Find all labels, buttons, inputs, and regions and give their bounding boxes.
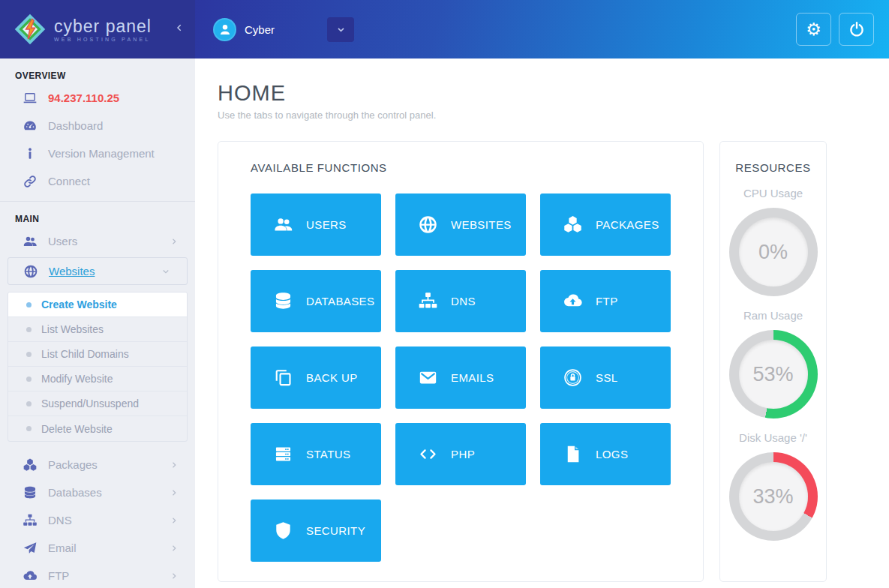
tile-label: DATABASES	[306, 295, 374, 308]
tile-label: PACKAGES	[596, 218, 659, 231]
tile-label: WEBSITES	[451, 218, 512, 231]
tile-label: DNS	[451, 295, 476, 308]
gear-icon: ⚙	[806, 21, 821, 38]
lock-circle-icon	[563, 368, 583, 388]
sidebar-item-packages[interactable]: Packages	[0, 451, 195, 478]
gauge-label: Disk Usage '/'	[720, 431, 826, 444]
gauge-label: Ram Usage	[720, 309, 826, 322]
submenu-item-modify-website[interactable]: Modify Website	[8, 367, 187, 392]
tile-emails[interactable]: EMAILS	[395, 346, 526, 409]
sidebar-item-label: FTP	[48, 569, 69, 582]
file-icon	[563, 444, 583, 464]
tile-label: BACK UP	[306, 371, 358, 384]
sidebar-item-label: Connect	[48, 175, 90, 188]
sidebar-item-dns[interactable]: DNS	[0, 506, 195, 534]
database-icon	[273, 291, 293, 311]
bullet-dot-icon	[26, 426, 32, 431]
submenu-item-label: List Websites	[41, 323, 104, 335]
cpu-usage-gauge: 0%	[729, 208, 818, 296]
tile-label: FTP	[596, 295, 618, 308]
available-functions-heading: AVAILABLE FUNCTIONS	[251, 161, 671, 174]
user-name: Cyber	[245, 23, 275, 36]
laptop-icon	[23, 91, 38, 106]
submenu-item-list-child-domains[interactable]: List Child Domains	[8, 342, 187, 367]
user-avatar-icon[interactable]	[213, 18, 236, 41]
sidebar-section-overview: OVERVIEW	[0, 58, 195, 84]
tile-backup[interactable]: BACK UP	[251, 346, 381, 409]
settings-button[interactable]: ⚙	[796, 13, 831, 46]
disk-usage-block: Disk Usage '/' 33%	[720, 431, 826, 541]
submenu-item-suspend-unsuspend[interactable]: Suspend/Unsuspend	[8, 392, 187, 416]
tile-ssl[interactable]: SSL	[540, 346, 671, 409]
cloud-upload-icon	[23, 568, 38, 584]
sidebar-item-server-ip[interactable]: 94.237.110.25	[0, 84, 195, 112]
copy-icon	[273, 368, 293, 388]
panels-row: AVAILABLE FUNCTIONS USERS WEBSITES	[218, 141, 866, 582]
user-dropdown-button[interactable]	[327, 17, 354, 42]
chevron-right-icon	[170, 460, 179, 470]
submenu-item-create-website[interactable]: Create Website	[8, 292, 187, 317]
cyberpanel-app: cyber panel WEB HOSTING PANEL OVERVIEW 9…	[0, 0, 889, 588]
sidebar-item-databases[interactable]: Databases	[0, 478, 195, 506]
submenu-item-label: Create Website	[41, 298, 117, 310]
page-title: HOME	[218, 81, 866, 106]
sidebar-item-users[interactable]: Users	[0, 227, 195, 255]
code-icon	[418, 444, 438, 464]
gauge-value: 0%	[758, 241, 788, 264]
chevron-right-icon	[170, 516, 179, 525]
globe-icon	[23, 264, 38, 279]
cpu-usage-block: CPU Usage 0%	[720, 187, 826, 296]
gauge-value: 53%	[752, 363, 793, 386]
dashboard-icon	[23, 118, 38, 134]
submenu-item-label: Modify Website	[41, 373, 113, 385]
sidebar-item-ftp[interactable]: FTP	[0, 562, 195, 588]
tile-databases[interactable]: DATABASES	[251, 270, 381, 332]
database-icon	[23, 485, 38, 500]
envelope-icon	[418, 368, 438, 388]
submenu-item-delete-website[interactable]: Delete Website	[8, 416, 187, 441]
server-ip-label: 94.237.110.25	[48, 92, 119, 104]
tile-security[interactable]: SECURITY	[251, 500, 381, 562]
logout-button[interactable]	[839, 13, 874, 46]
topbar-actions: ⚙	[796, 13, 874, 46]
server-icon	[273, 444, 293, 464]
tile-label: EMAILS	[451, 371, 494, 384]
resources-heading: RESOURCES	[720, 161, 826, 174]
tile-dns[interactable]: DNS	[395, 270, 526, 332]
sitemap-icon	[23, 513, 38, 528]
cubes-icon	[563, 214, 583, 235]
tile-label: SECURITY	[306, 524, 365, 537]
bullet-dot-icon	[26, 376, 32, 382]
sidebar-item-connect[interactable]: Connect	[0, 167, 195, 195]
sidebar-item-label: DNS	[48, 514, 72, 526]
sidebar-item-email[interactable]: Email	[0, 534, 195, 562]
function-tiles-grid: USERS WEBSITES PACKAGES DATABASE	[251, 194, 671, 562]
sidebar-item-label: Databases	[48, 486, 102, 499]
sidebar-item-version-management[interactable]: Version Management	[0, 140, 195, 167]
brand-name: cyber panel	[54, 17, 152, 35]
tile-php[interactable]: PHP	[395, 423, 526, 485]
chevron-right-icon	[170, 572, 179, 580]
submenu-item-list-websites[interactable]: List Websites	[8, 317, 187, 342]
tile-packages[interactable]: PACKAGES	[540, 194, 671, 256]
sidebar-section-main: MAIN	[0, 202, 195, 227]
sidebar-item-label: Dashboard	[48, 119, 103, 132]
sidebar-item-websites[interactable]: Websites	[8, 257, 188, 285]
submenu-item-label: Delete Website	[41, 423, 113, 435]
tile-label: STATUS	[306, 448, 350, 460]
tile-websites[interactable]: WEBSITES	[395, 194, 526, 256]
main-region: Cyber ⚙ HOME Use the tabs to navigate th…	[195, 0, 889, 588]
info-icon	[23, 146, 38, 161]
tile-users[interactable]: USERS	[251, 194, 381, 256]
chevron-right-icon	[170, 544, 179, 553]
sidebar-item-dashboard[interactable]: Dashboard	[0, 112, 195, 140]
tile-status[interactable]: STATUS	[251, 423, 381, 485]
resources-panel: RESOURCES CPU Usage 0% Ram Usage 53%	[719, 141, 827, 582]
tile-ftp[interactable]: FTP	[540, 270, 671, 332]
chevron-left-icon	[174, 22, 185, 33]
chevron-down-icon	[161, 267, 170, 276]
chevron-down-icon	[336, 25, 346, 34]
disk-usage-gauge: 33%	[729, 452, 818, 541]
tile-logs[interactable]: LOGS	[540, 423, 671, 485]
sidebar-collapse-button[interactable]	[174, 22, 186, 34]
